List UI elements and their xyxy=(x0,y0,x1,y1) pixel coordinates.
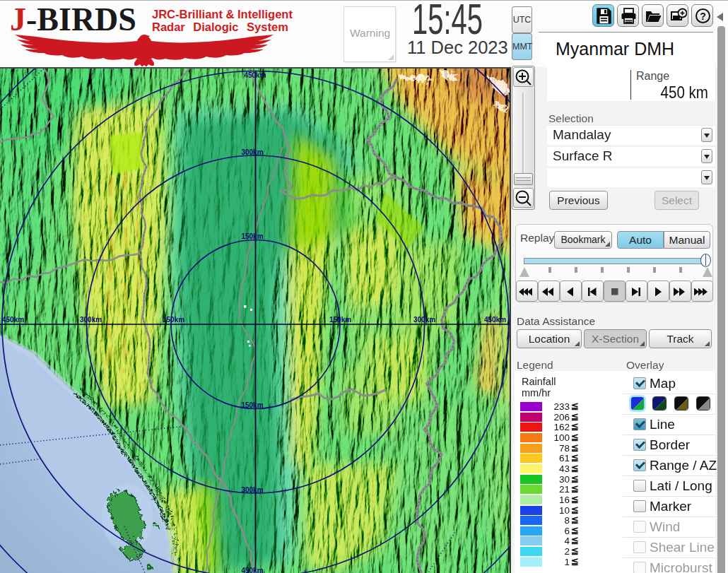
svg-text:150km: 150km xyxy=(329,316,351,324)
svg-text:?: ? xyxy=(700,11,706,22)
svg-text:150km: 150km xyxy=(241,232,263,240)
svg-text:300km: 300km xyxy=(413,316,435,324)
svg-text:450km: 450km xyxy=(484,316,506,324)
svg-text:450km: 450km xyxy=(244,71,266,79)
svg-text:300km: 300km xyxy=(241,148,263,156)
svg-text:450km: 450km xyxy=(2,316,24,324)
svg-text:450km: 450km xyxy=(241,567,263,573)
svg-text:150km: 150km xyxy=(241,401,263,409)
svg-text:300km: 300km xyxy=(241,486,263,494)
svg-text:300km: 300km xyxy=(80,316,102,324)
svg-text:150km: 150km xyxy=(163,316,184,324)
